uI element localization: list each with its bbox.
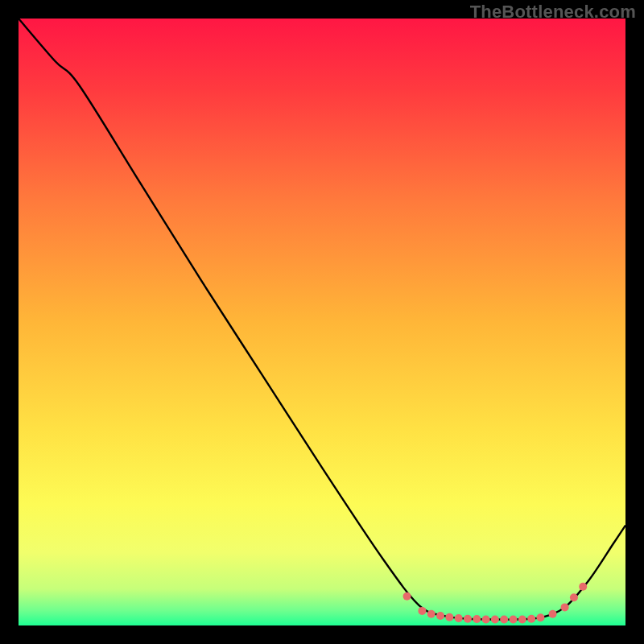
plot-area [19,19,625,625]
marker-dot [561,603,569,611]
marker-dot [579,583,587,591]
chart-frame: TheBottleneck.com [0,0,644,644]
marker-dot [500,615,508,623]
marker-dot [570,593,578,601]
marker-dot [482,615,490,623]
bottleneck-chart [19,19,625,625]
marker-dot [549,610,557,618]
marker-dot [445,613,453,621]
marker-dot [464,615,472,623]
gradient-background [19,19,625,625]
marker-dot [427,610,436,618]
marker-dot [527,615,535,623]
watermark-text: TheBottleneck.com [470,2,636,23]
marker-dot [403,592,411,601]
marker-dot [491,615,499,623]
marker-dot [436,612,444,620]
marker-dot [473,615,481,623]
marker-dot [455,614,463,622]
marker-dot [418,607,426,615]
marker-dot [510,615,518,623]
marker-dot [518,615,526,623]
marker-dot [536,613,544,621]
